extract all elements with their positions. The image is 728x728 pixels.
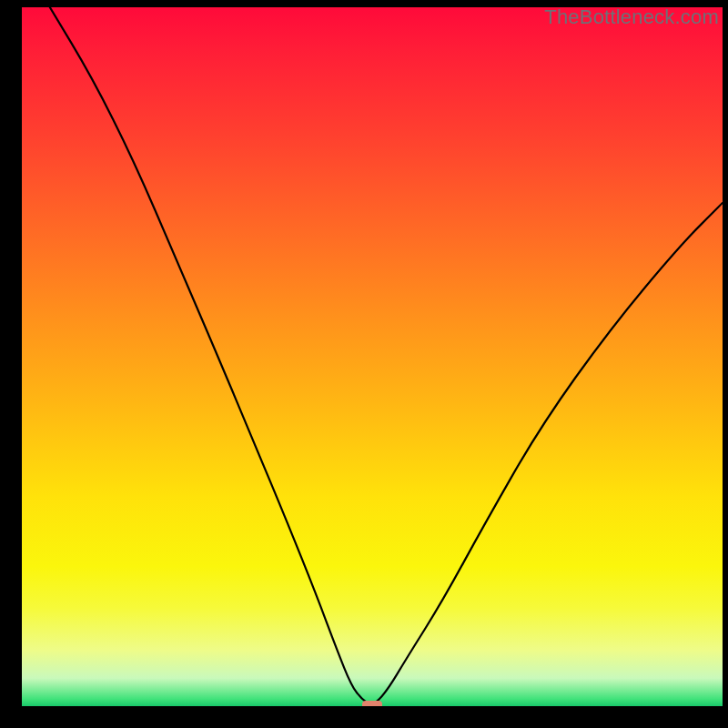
vertex-marker: [362, 701, 382, 706]
bottleneck-curve: [50, 7, 723, 703]
chart-frame: TheBottleneck.com: [0, 0, 728, 728]
bottleneck-curve-svg: [22, 7, 723, 706]
watermark-text: TheBottleneck.com: [544, 5, 719, 29]
plot-area: [22, 7, 723, 706]
